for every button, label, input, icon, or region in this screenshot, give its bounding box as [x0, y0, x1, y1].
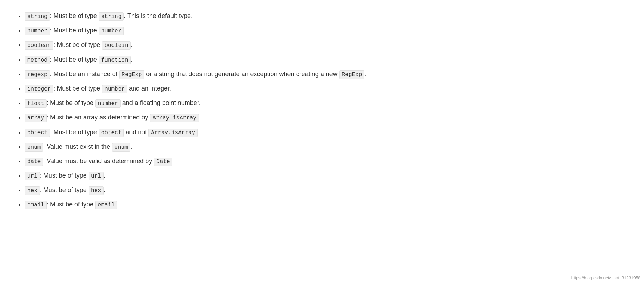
description-after-text: . This is the default type. — [124, 12, 193, 19]
number-item: number: Must be of type number. — [25, 25, 633, 36]
type-code: RegExp — [119, 70, 145, 79]
description-after-text: and not — [124, 129, 148, 136]
email-item: email: Must be of type email. — [25, 199, 633, 210]
description-end-text: . — [198, 129, 199, 136]
method-item: method: Must be of type function. — [25, 54, 633, 65]
description-after-text: and a floating point number. — [121, 99, 201, 106]
description-after-text: . — [199, 114, 201, 121]
description-text: : Must be of type — [50, 27, 99, 34]
description-text: : Must be of type — [40, 186, 89, 193]
description-end-text: . — [364, 70, 366, 78]
keyword-code: hex — [25, 186, 40, 195]
description-after-text: . — [117, 201, 119, 208]
type-code: hex — [89, 186, 104, 195]
description-text: : Value must be valid as determined by — [43, 158, 154, 165]
description-text: : Must be of type — [47, 99, 95, 106]
type-code: function — [99, 56, 131, 64]
keyword-code: date — [25, 158, 43, 166]
regexp-item: regexp: Must be an instance of RegExp or… — [25, 69, 633, 80]
string-item: string: Must be of type string. This is … — [25, 11, 633, 21]
date-item: date: Value must be valid as determined … — [25, 156, 633, 167]
integer-item: integer: Must be of type number and an i… — [25, 83, 633, 94]
description-after-text: . — [130, 143, 132, 150]
keyword-code: object — [25, 129, 50, 137]
description-after-text: . — [104, 186, 105, 193]
keyword-code: method — [25, 56, 50, 64]
keyword-code: float — [25, 99, 47, 108]
description-text: : Must be of type — [47, 201, 95, 208]
type-code: number — [95, 99, 121, 108]
keyword-code: url — [25, 172, 40, 180]
type-code: string — [99, 12, 124, 21]
keyword-code: string — [25, 12, 50, 21]
type-code: Date — [154, 158, 172, 166]
type-code: number — [102, 85, 127, 93]
type-code: Array.isArray — [150, 114, 199, 122]
type-code: email — [95, 201, 117, 209]
type-code: enum — [112, 143, 130, 152]
enum-item: enum: Value must exist in the enum. — [25, 141, 633, 152]
type-code: object — [99, 129, 124, 137]
keyword-code: integer — [25, 85, 53, 93]
keyword-code: enum — [25, 143, 43, 152]
keyword-code: boolean — [25, 41, 53, 50]
type-code: boolean — [102, 41, 130, 50]
type-code: number — [99, 27, 124, 35]
description-text: : Must be of type — [53, 41, 102, 48]
description-text: : Must be an instance of — [50, 70, 119, 78]
keyword-code: regexp — [25, 70, 50, 79]
description-after-text: . — [104, 172, 105, 179]
description-text: : Value must exist in the — [43, 143, 112, 150]
watermark: https://blog.csdn.net/sinat_31231958 — [571, 276, 640, 280]
float-item: float: Must be of type number and a floa… — [25, 98, 633, 109]
hex-item: hex: Must be of type hex. — [25, 185, 633, 196]
type-code-2: RegExp — [339, 70, 365, 79]
type-code-2: Array.isArray — [148, 129, 198, 137]
description-text: : Must be of type — [50, 129, 99, 136]
description-after-text: . — [131, 56, 133, 63]
object-item: object: Must be of type object and not A… — [25, 127, 633, 138]
boolean-item: boolean: Must be of type boolean. — [25, 39, 633, 50]
description-text: : Must be of type — [53, 85, 102, 92]
type-code: url — [89, 172, 104, 180]
description-text: : Must be of type — [50, 12, 99, 19]
description-after-text: or a string that does not generate an ex… — [144, 70, 339, 78]
description-text: : Must be of type — [40, 172, 89, 179]
keyword-code: array — [25, 114, 47, 122]
description-text: : Must be an array as determined by — [47, 114, 150, 121]
description-after-text: . — [124, 27, 126, 34]
array-item: array: Must be an array as determined by… — [25, 112, 633, 123]
keyword-code: number — [25, 27, 50, 35]
description-after-text: . — [131, 41, 133, 48]
description-after-text: and an integer. — [127, 85, 171, 92]
url-item: url: Must be of type url. — [25, 170, 633, 181]
description-text: : Must be of type — [50, 56, 99, 63]
type-list: string: Must be of type string. This is … — [11, 11, 633, 210]
keyword-code: email — [25, 201, 47, 209]
